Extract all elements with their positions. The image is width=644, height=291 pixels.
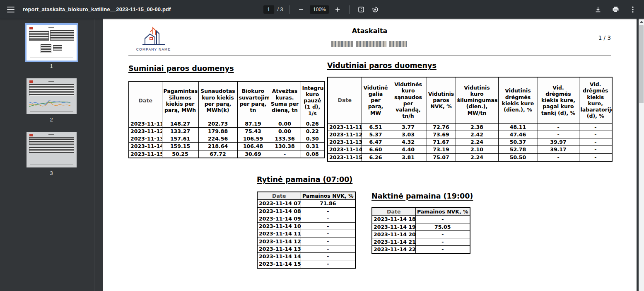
report-title: Ataskaita xyxy=(103,27,637,35)
table-cell: - xyxy=(579,153,612,161)
column-header: Vidutinis paros NVK, % xyxy=(427,77,456,123)
table-cell: 224.56 xyxy=(198,135,237,143)
table-cell: 2023-11-14 11 xyxy=(257,230,301,238)
column-header: Date xyxy=(257,192,301,200)
table-row: 2023-11-136.474.3271.672.2450.3739.97- xyxy=(328,138,612,146)
column-header: Date xyxy=(328,77,362,123)
table-cell: 4.40 xyxy=(390,146,427,153)
pdf-page-1: COMPANY NAME Ataskaita 1 / 3 Suminiai pa… xyxy=(103,19,637,291)
section-title-vidutiniai: Vidutiniai paros duomenys xyxy=(327,61,437,70)
vertical-scrollbar[interactable] xyxy=(639,19,644,291)
table-row: 2023-11-14 15- xyxy=(257,260,355,268)
table-row: 2023-11-11148.27202.7387.190.000.26 xyxy=(129,120,324,127)
table-row: 2023-11-125.373.0373.692.4247.46-- xyxy=(328,131,612,138)
print-button[interactable] xyxy=(610,4,621,15)
section-title-naktine: Naktinė pamaina (19:00) xyxy=(371,192,473,200)
table-cell: 159.15 xyxy=(162,143,198,150)
table-cell: - xyxy=(579,123,612,131)
table-cell: 50.50 xyxy=(498,153,538,161)
fit-to-page-button[interactable] xyxy=(356,4,367,15)
pdf-viewport: COMPANY NAME Ataskaita 1 / 3 Suminiai pa… xyxy=(103,19,644,291)
table-cell: 50.37 xyxy=(498,138,538,146)
table-row: 2023-11-14 13- xyxy=(257,245,355,252)
table-cell: 75.07 xyxy=(427,153,456,161)
table-cell: 6.60 xyxy=(362,146,390,153)
table-row: 2023-11-14 18- xyxy=(372,216,470,223)
redacted-subtitle xyxy=(331,41,407,47)
table-row: 2023-11-14 21- xyxy=(372,238,470,246)
page-thumbnail-3[interactable]: 3 xyxy=(27,132,77,183)
table-cell: 2023-11-14 07 xyxy=(257,200,301,207)
table-cell: 39.97 xyxy=(538,138,579,146)
rotate-button[interactable] xyxy=(370,4,381,15)
zoom-level-value[interactable]: 100% xyxy=(310,5,329,14)
table-cell: 0.22 xyxy=(301,127,324,135)
menu-icon[interactable] xyxy=(7,7,14,12)
table-cell: - xyxy=(301,230,355,238)
table-row: 2023-11-146.604.4073.192.1052.7839.17- xyxy=(328,146,612,153)
table-cell: 2023-11-15 xyxy=(328,153,362,161)
table-cell: 2.24 xyxy=(456,153,498,161)
download-icon xyxy=(595,6,601,13)
table-cell: - xyxy=(415,238,470,246)
table-cell: 106.59 xyxy=(237,135,269,143)
table-cell: 87.19 xyxy=(237,120,269,127)
table-row: 2023-11-14 1975.05 xyxy=(372,223,470,230)
table-cell: 75.43 xyxy=(237,127,269,135)
scrollbar-up-arrow-icon[interactable] xyxy=(639,19,644,24)
toolbar-divider xyxy=(349,5,350,14)
table-row: 2023-11-14 12- xyxy=(257,238,355,245)
table-cell: 3.03 xyxy=(390,131,427,138)
thumbnail-2-label: 2 xyxy=(27,116,77,123)
table-cell: 133.27 xyxy=(162,127,198,135)
plus-icon xyxy=(335,7,340,12)
table-cell: 48.11 xyxy=(498,123,538,131)
table-cell: 2023-11-14 xyxy=(328,146,362,153)
table-cell: 2023-11-11 xyxy=(129,120,162,127)
table-cell: - xyxy=(301,215,355,222)
column-header: Pagamintas šilumos kiekis per parą, MWh xyxy=(162,81,198,120)
table-cell: 2023-11-14 09 xyxy=(257,215,301,222)
table-cell: 3.81 xyxy=(390,153,427,161)
scrollbar-thumb[interactable] xyxy=(639,25,644,103)
table-cell: - xyxy=(301,238,355,245)
document-filename: report_ataskaita_biokuro_katiline__2023-… xyxy=(23,6,171,12)
page-thumbnail-1[interactable]: 1 xyxy=(27,25,77,76)
table-cell: 6.26 xyxy=(362,153,390,161)
column-header: Date xyxy=(372,208,415,216)
page-number-input[interactable] xyxy=(263,5,274,14)
table-row: 2023-11-14 08- xyxy=(257,207,355,215)
page-thumbnail-2[interactable]: 2 xyxy=(27,78,77,129)
more-options-button[interactable] xyxy=(627,4,638,15)
column-header: Pamainos NVK, % xyxy=(301,192,355,200)
table-cell: - xyxy=(301,260,355,268)
table-cell: 2023-11-11 xyxy=(328,123,362,131)
table-cell: 130.38 xyxy=(269,143,301,150)
table-cell: 73.19 xyxy=(427,146,456,153)
table-cell: 30.69 xyxy=(237,150,269,158)
table-cell: 73.69 xyxy=(427,131,456,138)
table-row: 2023-11-14 0771.86 xyxy=(257,200,355,207)
thumbnail-sidebar: 1 2 3 xyxy=(0,19,103,291)
table-cell: 6.51 xyxy=(362,123,390,131)
zoom-out-button[interactable] xyxy=(296,4,306,15)
download-button[interactable] xyxy=(593,4,603,15)
thumbnail-3-preview xyxy=(27,132,77,167)
table-cell: 2023-11-14 10 xyxy=(257,223,301,230)
thumbnail-2-preview xyxy=(27,78,77,114)
table-row: 2023-11-14 09- xyxy=(257,215,355,222)
table-cell: 2023-11-14 12 xyxy=(257,238,301,245)
table-cell: 0.26 xyxy=(301,120,324,127)
table-cell: 2023-11-13 xyxy=(129,135,162,143)
zoom-in-button[interactable] xyxy=(332,4,343,15)
table-cell: 2.24 xyxy=(456,138,498,146)
thumbnail-3-label: 3 xyxy=(27,170,77,176)
column-header: Sunaudotas kuro kiekis per parą, MWh(k) xyxy=(198,81,237,120)
table-cell: 148.27 xyxy=(162,120,198,127)
header-divider xyxy=(128,55,611,56)
column-header: Date xyxy=(129,81,162,120)
table-row: 2023-11-14 20- xyxy=(372,230,470,238)
table-cell: - xyxy=(269,150,301,158)
table-cell: 0.08 xyxy=(301,150,324,158)
table-cell: 0.00 xyxy=(269,120,301,127)
